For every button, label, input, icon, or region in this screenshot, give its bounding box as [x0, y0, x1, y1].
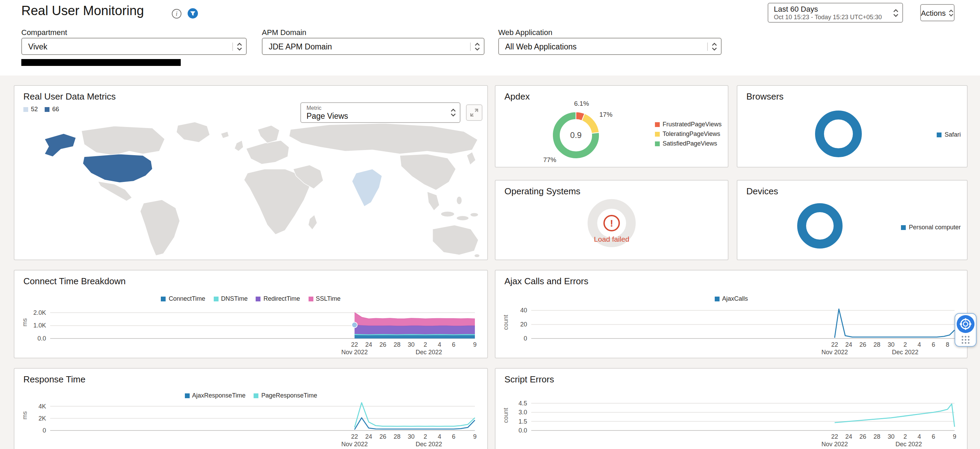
svg-text:2: 2: [904, 341, 907, 348]
svg-text:26: 26: [859, 433, 866, 440]
web-application-label: Web Application: [498, 28, 552, 36]
panel-real-user-data-metrics: Real User Data Metrics 5266 Metric Page …: [14, 85, 488, 260]
legend-label: 66: [52, 106, 59, 113]
svg-text:26: 26: [379, 433, 386, 440]
info-icon[interactable]: i: [172, 9, 181, 19]
legend-item[interactable]: SSLTime: [308, 295, 340, 302]
apdex-legend: FrustratedPageViewsToleratingPageViewsSa…: [655, 121, 722, 147]
metric-select-value: Page Views: [307, 111, 443, 121]
svg-text:2: 2: [424, 341, 427, 348]
panel-operating-systems: Operating Systems !Load failed: [495, 180, 729, 260]
metric-select[interactable]: Metric Page Views: [300, 102, 460, 123]
svg-text:2K: 2K: [38, 415, 46, 422]
svg-text:count: count: [503, 408, 509, 423]
svg-text:4.5: 4.5: [519, 400, 527, 407]
legend-item[interactable]: DNSTime: [213, 295, 247, 302]
devices-donut-chart[interactable]: [737, 181, 967, 260]
apm-domain-select[interactable]: JDE APM Domain: [262, 38, 485, 55]
svg-text:28: 28: [873, 341, 880, 348]
svg-text:22: 22: [831, 341, 838, 348]
app-launcher-button[interactable]: [961, 335, 970, 345]
legend-item[interactable]: RedirectTime: [256, 295, 300, 302]
svg-text:2: 2: [904, 433, 907, 440]
ajax-calls-chart[interactable]: 02040count22242628302468Nov 2022Dec 2022: [501, 302, 963, 359]
help-launcher-dock: [955, 313, 977, 347]
expand-icon: [470, 108, 478, 117]
legend-swatch: [256, 296, 261, 301]
time-range-select[interactable]: Last 60 Days Oct 10 15:23 - Today 15:23 …: [768, 3, 903, 23]
legend-swatch: [655, 141, 660, 146]
svg-text:30: 30: [888, 433, 894, 440]
svg-text:4: 4: [438, 433, 441, 440]
legend-item[interactable]: Personal computer: [901, 224, 961, 231]
legend-swatch: [45, 107, 49, 111]
svg-text:1.0K: 1.0K: [33, 322, 46, 329]
svg-text:24: 24: [365, 341, 372, 348]
actions-button[interactable]: Actions: [920, 4, 955, 21]
compartment-value: Vivek: [28, 42, 48, 51]
panel-response-time: Response Time AjaxResponseTimePageRespon…: [14, 368, 488, 449]
web-application-value: All Web Applications: [505, 42, 577, 51]
svg-text:0: 0: [524, 335, 527, 342]
svg-text:0.9: 0.9: [570, 130, 581, 140]
svg-text:Dec 2022: Dec 2022: [896, 441, 922, 447]
legend-label: AjaxCalls: [722, 295, 748, 302]
legend-label: Safari: [945, 131, 961, 138]
help-button[interactable]: [957, 315, 975, 333]
svg-text:Dec 2022: Dec 2022: [892, 349, 918, 355]
legend-item[interactable]: ToleratingPageViews: [655, 130, 722, 137]
time-range-label: Last 60 Days: [774, 5, 887, 14]
expand-button[interactable]: [466, 104, 482, 121]
legend-item[interactable]: FrustratedPageViews: [655, 121, 722, 128]
redacted-text: [21, 59, 181, 66]
response-time-chart[interactable]: 02K4Kms22242628302469Nov 2022Dec 2022: [20, 396, 483, 449]
svg-text:2.0K: 2.0K: [33, 309, 46, 316]
svg-text:28: 28: [873, 433, 880, 440]
svg-text:30: 30: [888, 341, 894, 348]
legend-label: FrustratedPageViews: [662, 121, 722, 128]
svg-text:0.0: 0.0: [519, 427, 527, 434]
legend-swatch: [308, 296, 313, 301]
panel-connect-time-breakdown: Connect Time Breakdown ConnectTimeDNSTim…: [14, 270, 488, 359]
browsers-donut-chart[interactable]: [737, 86, 967, 167]
svg-text:!: !: [610, 218, 613, 228]
svg-text:Dec 2022: Dec 2022: [416, 441, 442, 447]
legend-label: SatisfiedPageViews: [662, 140, 717, 147]
real-user-monitoring-page: Real User Monitoring i Last 60 Days Oct …: [0, 0, 980, 449]
legend-swatch: [213, 296, 218, 301]
web-application-select[interactable]: All Web Applications: [498, 38, 722, 55]
script-errors-chart[interactable]: 0.01.53.04.5count22242628302469Nov 2022D…: [501, 396, 963, 449]
legend-label: 52: [31, 106, 38, 113]
svg-text:8: 8: [946, 341, 949, 348]
chevron-updown-icon: [450, 108, 456, 117]
legend-swatch: [937, 132, 942, 137]
filter-icon[interactable]: [188, 8, 198, 19]
legend-swatch: [901, 225, 906, 230]
svg-text:Nov 2022: Nov 2022: [341, 349, 368, 355]
svg-text:6: 6: [932, 433, 935, 440]
svg-text:40: 40: [520, 307, 527, 314]
operating-systems-donut-chart[interactable]: !Load failed: [495, 181, 728, 260]
svg-text:30: 30: [408, 433, 415, 440]
legend-item[interactable]: ConnectTime: [161, 295, 205, 302]
world-map[interactable]: [19, 120, 483, 259]
svg-text:count: count: [503, 315, 509, 330]
connect-time-chart[interactable]: 0.01.0K2.0Kms22242628302469Nov 2022Dec 2…: [20, 302, 483, 359]
legend-label: Personal computer: [909, 224, 961, 231]
svg-text:2: 2: [424, 433, 427, 440]
svg-text:6.1%: 6.1%: [574, 100, 589, 107]
legend-item[interactable]: SatisfiedPageViews: [655, 140, 722, 147]
panel-script-errors: Script Errors 0.01.53.04.5count222426283…: [495, 368, 967, 449]
legend-item[interactable]: Safari: [937, 131, 961, 138]
svg-text:22: 22: [831, 433, 838, 440]
compartment-select[interactable]: Vivek: [21, 38, 247, 55]
panel-devices: Devices Personal computer: [737, 180, 967, 260]
svg-text:4K: 4K: [38, 403, 46, 410]
svg-text:9: 9: [473, 433, 477, 440]
panel-browsers: Browsers Safari: [737, 85, 967, 168]
browsers-legend: Safari: [937, 131, 961, 138]
svg-text:6: 6: [932, 341, 935, 348]
svg-text:9: 9: [473, 341, 477, 348]
connect-legend: ConnectTimeDNSTimeRedirectTimeSSLTime: [14, 295, 487, 302]
legend-item[interactable]: AjaxCalls: [714, 295, 748, 302]
